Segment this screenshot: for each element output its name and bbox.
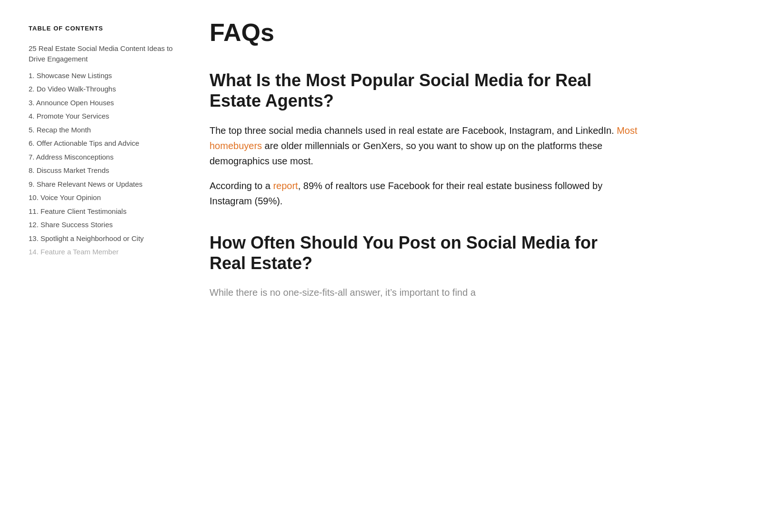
toc-item: 3. Announce Open Houses	[29, 98, 181, 109]
main-content: FAQs What Is the Most Popular Social Med…	[210, 19, 638, 513]
faq-2-para-1: While there is no one-size-fits-all answ…	[210, 285, 638, 300]
faq-1-question: What Is the Most Popular Social Media fo…	[210, 70, 638, 111]
toc-heading: TABLE OF CONTENTS	[29, 24, 181, 34]
toc-link-5[interactable]: 4. Promote Your Services	[29, 111, 181, 122]
toc-list: 25 Real Estate Social Media Content Idea…	[29, 43, 181, 258]
toc-item: 6. Offer Actionable Tips and Advice	[29, 138, 181, 149]
toc-item: 14. Feature a Team Member	[29, 247, 181, 258]
toc-link-8[interactable]: 7. Address Misconceptions	[29, 152, 181, 163]
toc-item: 9. Share Relevant News or Updates	[29, 179, 181, 190]
toc-item: 11. Feature Client Testimonials	[29, 206, 181, 217]
faq-2-body: While there is no one-size-fits-all answ…	[210, 285, 638, 300]
toc-link-14[interactable]: 13. Spotlight a Neighborhood or City	[29, 233, 181, 244]
toc-link-15[interactable]: 14. Feature a Team Member	[29, 247, 181, 258]
toc-item: 1. Showcase New Listings	[29, 70, 181, 81]
toc-item: 2. Do Video Walk-Throughs	[29, 84, 181, 95]
table-of-contents: TABLE OF CONTENTS 25 Real Estate Social …	[29, 19, 181, 513]
toc-item: 10. Voice Your Opinion	[29, 192, 181, 203]
toc-link-6[interactable]: 5. Recap the Month	[29, 125, 181, 136]
most-homebuyers-link[interactable]: Most homebuyers	[210, 125, 637, 151]
toc-item: 8. Discuss Market Trends	[29, 165, 181, 176]
faq-1-body: The top three social media channels used…	[210, 123, 638, 209]
page-wrapper: TABLE OF CONTENTS 25 Real Estate Social …	[0, 0, 762, 532]
toc-item: 7. Address Misconceptions	[29, 152, 181, 163]
toc-link-12[interactable]: 11. Feature Client Testimonials	[29, 206, 181, 217]
toc-link-2[interactable]: 1. Showcase New Listings	[29, 70, 181, 81]
toc-item: 5. Recap the Month	[29, 125, 181, 136]
faq-1-para-1: The top three social media channels used…	[210, 123, 638, 169]
faq-section-2: How Often Should You Post on Social Medi…	[210, 232, 638, 300]
toc-link-11[interactable]: 10. Voice Your Opinion	[29, 192, 181, 203]
toc-link-10[interactable]: 9. Share Relevant News or Updates	[29, 179, 181, 190]
toc-item: 4. Promote Your Services	[29, 111, 181, 122]
toc-link-13[interactable]: 12. Share Success Stories	[29, 220, 181, 231]
toc-link-9[interactable]: 8. Discuss Market Trends	[29, 165, 181, 176]
toc-link-3[interactable]: 2. Do Video Walk-Throughs	[29, 84, 181, 95]
toc-item: 13. Spotlight a Neighborhood or City	[29, 233, 181, 244]
toc-link-7[interactable]: 6. Offer Actionable Tips and Advice	[29, 138, 181, 149]
page-heading: FAQs	[210, 19, 638, 46]
faq-2-question: How Often Should You Post on Social Medi…	[210, 232, 638, 273]
faq-1-para-2: According to a report, 89% of realtors u…	[210, 178, 638, 209]
toc-link-1[interactable]: 25 Real Estate Social Media Content Idea…	[29, 43, 181, 65]
report-link[interactable]: report	[273, 181, 298, 191]
toc-item: 12. Share Success Stories	[29, 220, 181, 231]
toc-link-4[interactable]: 3. Announce Open Houses	[29, 98, 181, 109]
toc-item: 25 Real Estate Social Media Content Idea…	[29, 43, 181, 65]
faq-section-1: What Is the Most Popular Social Media fo…	[210, 70, 638, 208]
